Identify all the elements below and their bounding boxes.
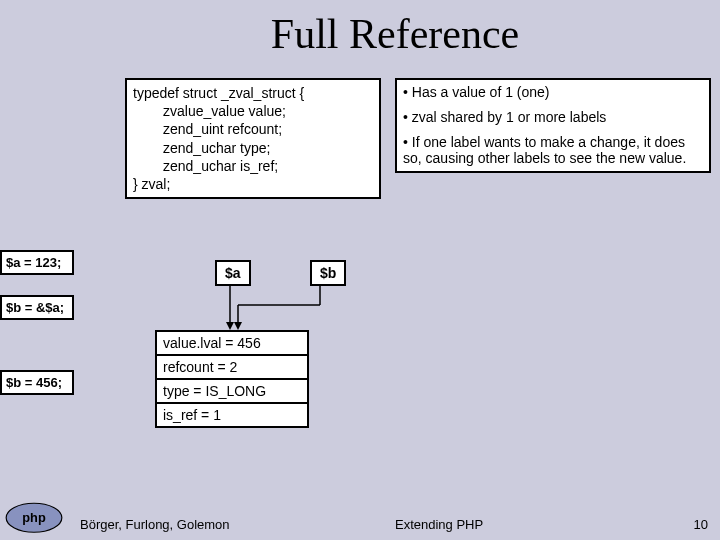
code-l2: zvalue_value value; <box>133 102 373 120</box>
typedef-box: typedef struct _zval_struct { zvalue_val… <box>125 78 381 199</box>
var-b-box: $b <box>310 260 346 286</box>
svg-text:php: php <box>22 510 46 525</box>
code-line-a: $a = 123; <box>0 250 74 275</box>
struct-isref: is_ref = 1 <box>157 404 307 426</box>
notes-box: • Has a value of 1 (one) • zval shared b… <box>395 78 711 173</box>
note-1: • Has a value of 1 (one) <box>403 84 703 101</box>
note-3: • If one label wants to make a change, i… <box>403 134 703 168</box>
svg-marker-5 <box>234 322 242 330</box>
footer-page-number: 10 <box>694 517 708 532</box>
code-l5: zend_uchar is_ref; <box>133 157 373 175</box>
footer-left: Börger, Furlong, Golemon <box>80 517 230 532</box>
note-2: • zval shared by 1 or more labels <box>403 109 703 126</box>
arrow-b-icon <box>230 285 330 330</box>
zval-struct-box: value.lval = 456 refcount = 2 type = IS_… <box>155 330 309 428</box>
php-logo-icon: php <box>5 502 63 534</box>
footer-center: Extending PHP <box>395 517 483 532</box>
code-l3: zend_uint refcount; <box>133 120 373 138</box>
struct-value: value.lval = 456 <box>157 332 307 356</box>
page-title: Full Reference <box>0 0 720 73</box>
code-l4: zend_uchar type; <box>133 139 373 157</box>
code-l6: } zval; <box>133 175 373 193</box>
code-l1: typedef struct _zval_struct { <box>133 84 373 102</box>
struct-type: type = IS_LONG <box>157 380 307 404</box>
struct-refcount: refcount = 2 <box>157 356 307 380</box>
code-line-b: $b = &$a; <box>0 295 74 320</box>
code-line-c: $b = 456; <box>0 370 74 395</box>
var-a-box: $a <box>215 260 251 286</box>
left-column: $a = 123; $b = &$a; $b = 456; <box>0 0 72 540</box>
